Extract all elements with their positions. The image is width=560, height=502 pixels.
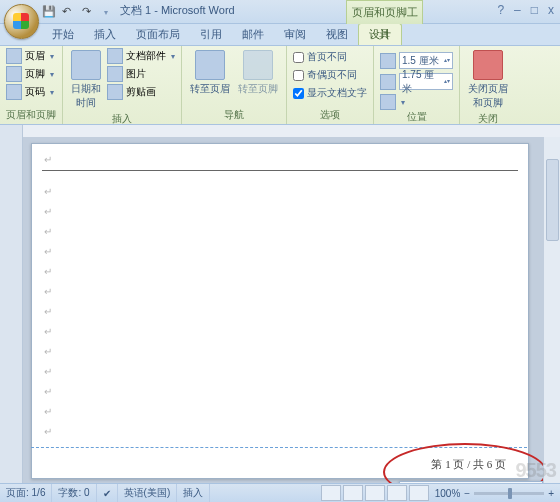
parts-button[interactable]: 文档部件 [107,48,175,64]
status-page[interactable]: 页面: 1/6 [0,484,52,502]
pagenum-icon [6,84,22,100]
save-icon[interactable]: 💾 [42,5,56,19]
show-doc-text-checkbox[interactable]: 显示文档文字 [293,86,367,100]
footer-icon [6,66,22,82]
redo-icon[interactable]: ↷ [82,5,96,19]
group-label-headerfooter: 页眉和页脚 [6,108,56,122]
paragraph-mark: ↵ [44,426,52,437]
window-title: 文档 1 - Microsoft Word [120,3,235,18]
group-label-options: 选项 [293,108,367,122]
close-headerfooter-button[interactable]: 关闭页眉 和页脚 [466,48,510,112]
paragraph-mark: ↵ [44,186,52,197]
show-doc-text-input[interactable] [293,88,304,99]
goto-header-button[interactable]: 转至页眉 [188,48,232,98]
oddeven-different-checkbox[interactable]: 奇偶页不同 [293,68,367,82]
paragraph-mark: ↵ [44,406,52,417]
paragraph-mark: ↵ [44,366,52,377]
insert-alignment-tab[interactable] [380,94,453,110]
undo-icon[interactable]: ↶ [62,5,76,19]
view-print-layout[interactable] [321,485,341,501]
tab-references[interactable]: 引用 [190,24,232,45]
tab-review[interactable]: 审阅 [274,24,316,45]
paragraph-mark: ↵ [44,266,52,277]
footer-button[interactable]: 页脚 [6,66,54,82]
zoom-slider[interactable] [474,492,544,495]
context-tab-group: 页眉和页脚工具 [346,0,423,24]
watermark: 9553 [516,459,557,482]
page[interactable]: ↵ ↵ ↵ ↵ ↵ ↵ ↵ ↵ ↵ ↵ ↵ ↵ ↵ ↵ [31,143,529,479]
status-words[interactable]: 字数: 0 [52,484,96,502]
zoom-out-button[interactable]: − [464,488,470,499]
ribbon-tabs: 开始 插入 页面布局 引用 邮件 审阅 视图 设计 [0,24,560,46]
vertical-ruler[interactable] [0,137,23,484]
parts-icon [107,48,123,64]
header-top-icon [380,53,396,69]
tab-view[interactable]: 视图 [316,24,358,45]
page-number-field[interactable]: 第 1 页 / 共 6 页 [431,457,506,472]
view-draft[interactable] [409,485,429,501]
footer-from-bottom[interactable]: 1.75 厘米▴▾ [380,73,453,90]
quick-access-toolbar: 💾 ↶ ↷ [42,5,116,19]
picture-button[interactable]: 图片 [107,66,175,82]
header-from-top[interactable]: 1.5 厘米▴▾ [380,52,453,69]
paragraph-mark: ↵ [44,386,52,397]
group-label-position: 位置 [380,110,453,124]
header-button[interactable]: 页眉 [6,48,54,64]
ribbon: 页眉 页脚 页码 页眉和页脚 日期和 时间 文档部件 图片 剪贴画 插入 转至页… [0,46,560,125]
paragraph-mark: ↵ [44,346,52,357]
scrollbar-thumb[interactable] [546,159,559,241]
header-separator [42,170,518,171]
close-button[interactable]: x [548,3,554,17]
header-icon [6,48,22,64]
help-icon[interactable]: ? [497,3,504,17]
proofing-icon: ✔ [103,488,111,499]
paragraph-mark: ↵ [44,206,52,217]
datetime-icon [71,50,101,80]
paragraph-mark: ↵ [44,326,52,337]
paragraph-mark: ↵ [44,226,52,237]
goto-footer-icon [243,50,273,80]
view-outline[interactable] [387,485,407,501]
tab-home[interactable]: 开始 [42,24,84,45]
align-tab-icon [380,94,396,110]
status-proofing[interactable]: ✔ [97,484,118,502]
group-label-insert: 插入 [69,112,175,126]
view-web[interactable] [365,485,385,501]
footer-bottom-icon [380,74,396,90]
paragraph-mark: ↵ [44,286,52,297]
datetime-button[interactable]: 日期和 时间 [69,48,103,112]
clipart-button[interactable]: 剪贴画 [107,84,175,100]
view-fullscreen[interactable] [343,485,363,501]
tab-layout[interactable]: 页面布局 [126,24,190,45]
document-area[interactable]: ↵ ↵ ↵ ↵ ↵ ↵ ↵ ↵ ↵ ↵ ↵ ↵ ↵ ↵ 第 1 页 / 共 6 … [23,137,560,484]
paragraph-mark: ↵ [44,154,52,165]
qat-more-icon[interactable] [102,5,116,19]
maximize-button[interactable]: □ [531,3,538,17]
status-language[interactable]: 英语(美国) [118,484,178,502]
spinner-icon[interactable]: ▴▾ [444,58,450,63]
oddeven-different-input[interactable] [293,70,304,81]
office-button[interactable] [4,4,39,39]
picture-icon [107,66,123,82]
spinner-icon[interactable]: ▴▾ [444,79,450,84]
status-bar: 页面: 1/6 字数: 0 ✔ 英语(美国) 插入 100% − + [0,483,560,502]
zoom-in-button[interactable]: + [548,488,554,499]
tab-insert[interactable]: 插入 [84,24,126,45]
tab-mailings[interactable]: 邮件 [232,24,274,45]
clipart-icon [107,84,123,100]
footer-boundary [31,447,527,448]
goto-header-icon [195,50,225,80]
paragraph-mark: ↵ [44,246,52,257]
group-label-nav: 导航 [188,108,280,122]
pagenumber-button[interactable]: 页码 [6,84,54,100]
minimize-button[interactable]: – [514,3,521,17]
firstpage-different-input[interactable] [293,52,304,63]
close-hf-icon [473,50,503,80]
firstpage-different-checkbox[interactable]: 首页不同 [293,50,367,64]
goto-footer-button[interactable]: 转至页脚 [236,48,280,98]
zoom-level[interactable]: 100% [435,488,461,499]
status-mode[interactable]: 插入 [177,484,210,502]
group-label-close: 关闭 [466,112,510,126]
vertical-scrollbar[interactable] [543,137,560,484]
paragraph-mark: ↵ [44,306,52,317]
